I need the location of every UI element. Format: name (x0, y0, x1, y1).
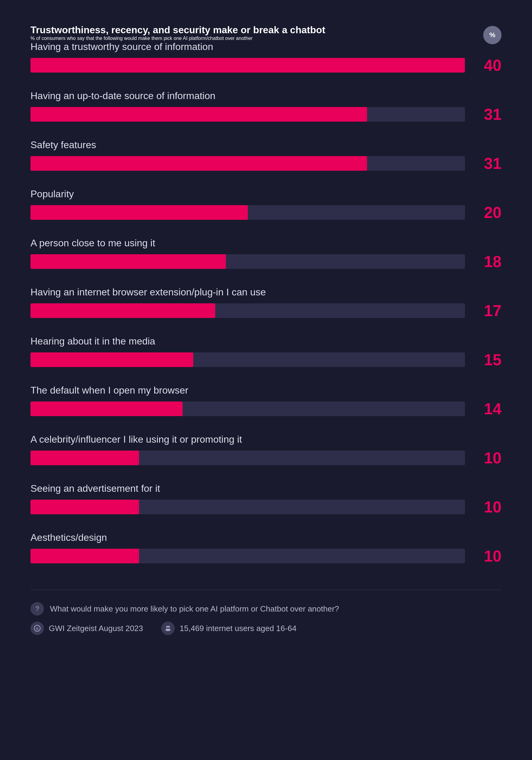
bar-label: Having a trustworthy source of informati… (30, 41, 502, 52)
bar-label: Having an up-to-date source of informati… (30, 90, 502, 102)
footer-question-text: What would make you more likely to pick … (50, 604, 339, 614)
bar-track (30, 402, 465, 416)
bar-fill (30, 58, 465, 72)
bar-track (30, 451, 465, 465)
bar-row: 10 (30, 498, 502, 516)
bar-fill (30, 451, 139, 465)
bar-label: Hearing about it in the media (30, 336, 502, 347)
bar-row: 31 (30, 105, 502, 123)
bar-value: 31 (474, 105, 502, 123)
bar-row: 10 (30, 449, 502, 467)
svg-point-5 (168, 629, 170, 631)
bar-value: 20 (474, 203, 502, 222)
bar-value: 15 (474, 351, 502, 369)
bar-item: Having a trustworthy source of informati… (30, 41, 502, 74)
bar-fill (30, 303, 215, 318)
bar-track (30, 353, 465, 367)
bar-value: 18 (474, 253, 502, 271)
bar-row: 15 (30, 351, 502, 369)
bar-fill (30, 254, 226, 269)
bar-fill (30, 549, 139, 563)
bar-track (30, 156, 465, 171)
chart-subtitle: % of consumers who say that the followin… (30, 36, 502, 41)
bar-label: Having an internet browser extension/plu… (30, 287, 502, 298)
bar-value: 10 (474, 547, 502, 565)
bar-item: Having an up-to-date source of informati… (30, 90, 502, 123)
bar-row: 20 (30, 203, 502, 222)
sample-icon (161, 622, 175, 635)
bar-value: 14 (474, 400, 502, 418)
source-icon: G (30, 622, 44, 635)
chart-title: Trustworthiness, recency, and security m… (30, 24, 502, 36)
bar-item: A person close to me using it18 (30, 237, 502, 271)
bar-label: Safety features (30, 139, 502, 151)
bar-fill (30, 353, 193, 367)
footer-meta: G GWI Zeitgeist August 2023 15,469 inter… (30, 622, 502, 635)
bar-fill (30, 402, 183, 416)
bar-fill (30, 499, 139, 514)
bar-item: Seeing an advertisement for it10 (30, 483, 502, 516)
bar-label: A celebrity/influencer I like using it o… (30, 434, 502, 445)
bar-row: 10 (30, 547, 502, 565)
bar-fill (30, 107, 367, 121)
svg-point-2 (166, 626, 168, 628)
bar-row: 14 (30, 400, 502, 418)
bar-item: Hearing about it in the media15 (30, 336, 502, 369)
footer-question: ? What would make you more likely to pic… (30, 602, 502, 615)
bar-row: 31 (30, 154, 502, 172)
bar-value: 31 (474, 154, 502, 172)
svg-text:G: G (36, 627, 39, 631)
bar-item: The default when I open my browser14 (30, 385, 502, 418)
footer-sample-text: 15,469 internet users aged 16-64 (179, 624, 296, 633)
percent-icon: % (483, 26, 502, 44)
bar-track (30, 549, 465, 563)
bar-item: Aesthetics/design10 (30, 532, 502, 565)
bar-item: Popularity20 (30, 188, 502, 222)
bar-track (30, 58, 465, 72)
footer-source-text: GWI Zeitgeist August 2023 (49, 624, 143, 633)
chart-container: % Having a trustworthy source of informa… (30, 41, 502, 565)
bar-value: 17 (474, 302, 502, 320)
bar-track (30, 205, 465, 220)
bar-value: 40 (474, 56, 502, 74)
bar-value: 10 (474, 449, 502, 467)
question-icon: ? (30, 602, 44, 615)
bar-row: 18 (30, 253, 502, 271)
bar-label: Popularity (30, 188, 502, 200)
bar-track (30, 254, 465, 269)
bar-track (30, 107, 465, 121)
bar-label: Seeing an advertisement for it (30, 483, 502, 494)
footer-sample: 15,469 internet users aged 16-64 (161, 622, 296, 635)
footer-source: G GWI Zeitgeist August 2023 (30, 622, 143, 635)
bar-value: 10 (474, 498, 502, 516)
bar-track (30, 499, 465, 514)
bar-fill (30, 205, 248, 220)
bar-row: 40 (30, 56, 502, 74)
bar-item: Having an internet browser extension/plu… (30, 287, 502, 320)
bars-wrapper: Having a trustworthy source of informati… (30, 41, 502, 565)
bar-track (30, 303, 465, 318)
bar-item: Safety features31 (30, 139, 502, 172)
bar-fill (30, 156, 367, 171)
bar-label: The default when I open my browser (30, 385, 502, 396)
bar-label: Aesthetics/design (30, 532, 502, 543)
chart-footer: ? What would make you more likely to pic… (30, 590, 502, 635)
bar-label: A person close to me using it (30, 237, 502, 249)
bar-item: A celebrity/influencer I like using it o… (30, 434, 502, 467)
svg-point-3 (168, 626, 170, 628)
bar-row: 17 (30, 302, 502, 320)
